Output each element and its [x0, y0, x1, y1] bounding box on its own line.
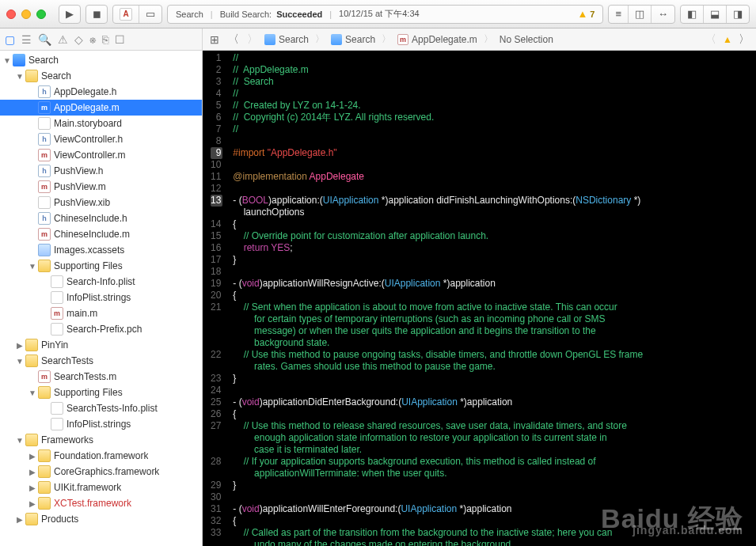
disclosure-triangle[interactable]: ▼ — [28, 389, 36, 397]
toggle-utilities-button[interactable]: ◨ — [727, 6, 749, 23]
file-tree-node[interactable]: ▶hViewController.h — [0, 131, 202, 147]
disclosure-triangle[interactable]: ▼ — [28, 262, 36, 271]
file-tree-node[interactable]: ▶mViewController.m — [0, 147, 202, 163]
file-tree-node[interactable]: ▼SearchTests — [0, 353, 202, 369]
file-tree-node[interactable]: ▶hPushView.h — [0, 163, 202, 179]
code-line[interactable]: @implementation AppDelegate — [233, 171, 643, 183]
stop-button[interactable]: ◼ — [85, 5, 108, 24]
code-line[interactable]: // Override point for customization afte… — [233, 230, 643, 242]
project-navigator-tab[interactable]: ▢ — [5, 33, 15, 46]
code-line[interactable]: { — [233, 218, 643, 230]
code-line[interactable]: launchOptions — [233, 207, 643, 218]
file-tree-node[interactable]: ▶Search-Info.plist — [0, 274, 202, 290]
code-line[interactable]: case it is terminated later. — [233, 444, 643, 456]
standard-editor-button[interactable]: ≡ — [609, 6, 629, 23]
device-selector[interactable]: ▭ — [139, 6, 161, 23]
code-line[interactable]: // Use this method to release shared res… — [233, 420, 643, 432]
code-line[interactable]: } — [233, 254, 643, 266]
symbol-navigator-tab[interactable]: ☰ — [21, 33, 32, 46]
debug-navigator-tab[interactable]: ⎈ — [89, 33, 96, 46]
code-line[interactable]: } — [233, 373, 643, 385]
code-line[interactable]: // Called as part of the transition from… — [233, 527, 643, 539]
jumpbar-crumb-project[interactable]: Search — [264, 34, 309, 45]
find-navigator-tab[interactable]: 🔍 — [38, 33, 51, 46]
code-line[interactable]: rates. Games should use this method to p… — [233, 361, 643, 373]
disclosure-triangle[interactable]: ▼ — [16, 72, 24, 81]
assistant-editor-button[interactable]: ◫ — [629, 6, 652, 23]
file-tree-node[interactable]: ▶mAppDelegate.m — [0, 100, 202, 116]
warning-badge[interactable]: ▲ 7 — [577, 8, 595, 20]
file-tree-node[interactable]: ▼Frameworks — [0, 432, 202, 448]
code-line[interactable]: return YES; — [233, 242, 643, 254]
code-line[interactable]: // Created by LYZ on 14-1-24. — [233, 100, 643, 112]
jumpbar-crumb-file[interactable]: m AppDelegate.m — [397, 34, 477, 45]
minimize-window-button[interactable] — [21, 9, 31, 19]
jumpbar-next-issue[interactable]: 〉 — [737, 32, 751, 47]
code-line[interactable]: // Search — [233, 76, 643, 88]
file-tree-node[interactable]: ▶hAppDelegate.h — [0, 84, 202, 100]
report-navigator-tab[interactable]: ☐ — [115, 33, 125, 46]
file-tree-node[interactable]: ▶Foundation.framework — [0, 448, 202, 464]
code-line[interactable]: // If your application supports backgrou… — [233, 456, 643, 468]
jumpbar-forward-button[interactable]: 〉 — [245, 32, 260, 47]
file-tree-node[interactable]: ▶InfoPlist.strings — [0, 416, 202, 432]
code-line[interactable]: // — [233, 52, 643, 64]
jumpbar-prev-issue[interactable]: 〈 — [704, 32, 718, 47]
code-line[interactable]: - (void)applicationWillResignActive:(UIA… — [233, 278, 643, 290]
disclosure-triangle[interactable]: ▶ — [28, 483, 36, 492]
code-line[interactable]: // — [233, 123, 643, 135]
code-line[interactable]: // Sent when the application is about to… — [233, 301, 643, 313]
jumpbar-warning-icon[interactable]: ▲ — [723, 34, 732, 45]
code-line[interactable]: #import "AppDelegate.h" — [233, 147, 643, 159]
panel-toggle-segmented[interactable]: ◧ ⬓ ◨ — [680, 5, 750, 24]
file-tree-node[interactable]: ▶hChineseInclude.h — [0, 210, 202, 226]
code-line[interactable]: - (void)applicationWillEnterForeground:(… — [233, 503, 643, 515]
file-tree-node[interactable]: ▼Search — [0, 68, 202, 84]
code-line[interactable]: { — [233, 290, 643, 301]
test-navigator-tab[interactable]: ◇ — [74, 33, 83, 46]
code-line[interactable]: // Copyright (c) 2014年 LYZ. All rights r… — [233, 112, 643, 123]
file-tree-node[interactable]: ▶mSearchTests.m — [0, 369, 202, 385]
source-editor[interactable]: 1234567891011121314151617181920212223242… — [203, 51, 756, 546]
file-tree-node[interactable]: ▶SearchTests-Info.plist — [0, 400, 202, 416]
code-line[interactable]: - (BOOL)application:(UIApplication *)app… — [233, 195, 643, 207]
file-tree-node[interactable]: ▶PinYin — [0, 337, 202, 353]
code-line[interactable] — [233, 159, 643, 171]
code-line[interactable]: // AppDelegate.m — [233, 64, 643, 76]
toggle-navigator-button[interactable]: ◧ — [681, 6, 704, 23]
file-tree-node[interactable]: ▼Supporting Files — [0, 385, 202, 400]
editor-mode-segmented[interactable]: ≡ ◫ ↔ — [608, 5, 675, 24]
disclosure-triangle[interactable]: ▶ — [16, 515, 24, 524]
code-line[interactable]: - (void)applicationDidEnterBackground:(U… — [233, 396, 643, 408]
code-line[interactable] — [233, 135, 643, 147]
file-tree-node[interactable]: ▶Main.storyboard — [0, 116, 202, 131]
disclosure-triangle[interactable]: ▼ — [3, 56, 11, 65]
code-line[interactable]: { — [233, 408, 643, 420]
disclosure-triangle[interactable]: ▶ — [28, 499, 36, 508]
code-line[interactable]: applicationWillTerminate: when the user … — [233, 468, 643, 480]
file-tree-node[interactable]: ▶Images.xcassets — [0, 242, 202, 258]
file-tree-node[interactable]: ▶XCTest.framework — [0, 495, 202, 511]
code-line[interactable] — [233, 385, 643, 396]
code-line[interactable]: // — [233, 88, 643, 100]
code-line[interactable] — [233, 491, 643, 503]
disclosure-triangle[interactable]: ▼ — [16, 436, 24, 445]
run-button[interactable]: ▶ — [59, 5, 81, 24]
code-line[interactable] — [233, 183, 643, 195]
file-tree-node[interactable]: ▶Products — [0, 511, 202, 527]
file-tree-node[interactable]: ▶Search-Prefix.pch — [0, 321, 202, 337]
version-editor-button[interactable]: ↔ — [652, 6, 674, 23]
code-line[interactable] — [233, 266, 643, 278]
disclosure-triangle[interactable]: ▶ — [16, 341, 24, 350]
jumpbar-back-button[interactable]: 〈 — [226, 32, 241, 47]
code-area[interactable]: //// AppDelegate.m// Search//// Created … — [226, 51, 649, 546]
file-tree-node[interactable]: ▼Supporting Files — [0, 258, 202, 274]
code-line[interactable]: for certain types of temporary interrupt… — [233, 313, 643, 325]
file-tree-node[interactable]: ▶mChineseInclude.m — [0, 226, 202, 242]
jumpbar-crumb-symbol[interactable]: No Selection — [500, 34, 553, 45]
file-tree-node[interactable]: ▶InfoPlist.strings — [0, 290, 202, 305]
file-tree-node[interactable]: ▶UIKit.framework — [0, 480, 202, 495]
code-line[interactable]: // Use this method to pause ongoing task… — [233, 349, 643, 361]
disclosure-triangle[interactable]: ▶ — [28, 468, 36, 476]
code-line[interactable]: message) or when the user quits the appl… — [233, 325, 643, 337]
